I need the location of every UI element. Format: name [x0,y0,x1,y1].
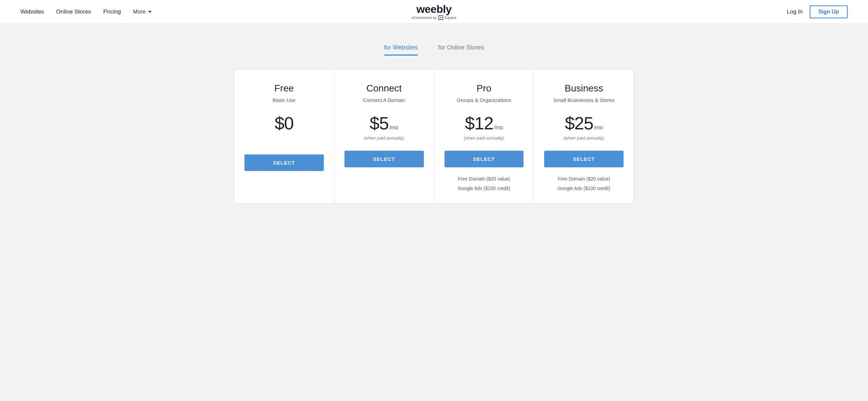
price-note: (when paid annually) [564,135,604,141]
select-button-pro[interactable]: SELECT [445,151,524,167]
nav-online-stores[interactable]: Online Stores [56,8,91,15]
tab-for-online-stores[interactable]: for Online Stores [438,44,484,56]
plan-name: Free [274,83,294,94]
price-per: /mo [389,125,398,131]
plan-desc: Basic Use [273,97,296,103]
plan-name: Business [565,83,603,94]
plan-price: $0 [275,113,294,133]
plan-col-business: Business Small Businesses & Stores $25 /… [534,69,634,203]
signup-button[interactable]: Sign Up [810,5,848,18]
square-icon: ■ [438,15,443,20]
plan-col-pro: Pro Groups & Organizations $12 /mo (when… [434,69,534,203]
chevron-down-icon [148,11,152,13]
plan-col-connect: Connect Connect A Domain $5 /mo (when pa… [334,69,434,203]
price-amount: $12 [465,113,493,133]
nav-websites[interactable]: Websites [20,8,44,15]
price-amount: $0 [275,113,294,133]
plan-col-free: Free Basic Use $0 SELECT [234,69,334,203]
plan-price: $25 /mo [565,113,603,133]
logo-wordmark: weebly [412,4,456,15]
login-link[interactable]: Log In [787,8,803,15]
plan-desc: Small Businesses & Stores [553,97,614,103]
nav-left: Websites Online Stores Pricing More [20,8,152,15]
price-amount: $25 [565,113,593,133]
plan-name: Connect [366,83,401,94]
nav-right: Log In Sign Up [787,5,848,18]
plan-price: $12 /mo [465,113,503,133]
pricing-tabs: for Websites for Online Stores [384,44,484,56]
logo[interactable]: weebly eCommerce by ■ Square [412,4,456,20]
select-button-free[interactable]: SELECT [244,154,324,171]
price-note: (when paid annually) [364,135,405,141]
tab-for-websites[interactable]: for Websites [384,44,418,56]
price-per: /mo [494,125,503,131]
select-button-connect[interactable]: SELECT [344,151,424,167]
main-content: for Websites for Online Stores Free Basi… [0,24,868,217]
plan-desc: Connect A Domain [363,97,405,103]
nav-pricing[interactable]: Pricing [103,8,121,15]
select-button-business[interactable]: SELECT [544,151,624,167]
price-amount: $5 [370,113,389,133]
plan-name: Pro [477,83,492,94]
price-per: /mo [594,125,603,131]
header: Websites Online Stores Pricing More weeb… [0,0,868,24]
pricing-grid: Free Basic Use $0 SELECT Connect Connect… [234,69,634,204]
plan-desc: Groups & Organizations [457,97,511,103]
price-note: (when paid annually) [463,135,504,141]
plan-bonuses: Free Domain ($20 value)Google Ads ($100 … [558,174,610,193]
nav-more-dropdown[interactable]: More [133,9,152,15]
plan-bonuses: Free Domain ($20 value)Google Ads ($100 … [458,174,510,193]
logo-subtitle: eCommerce by ■ Square [412,15,456,20]
plan-price: $5 /mo [370,113,398,133]
nav-more-label: More [133,9,145,15]
